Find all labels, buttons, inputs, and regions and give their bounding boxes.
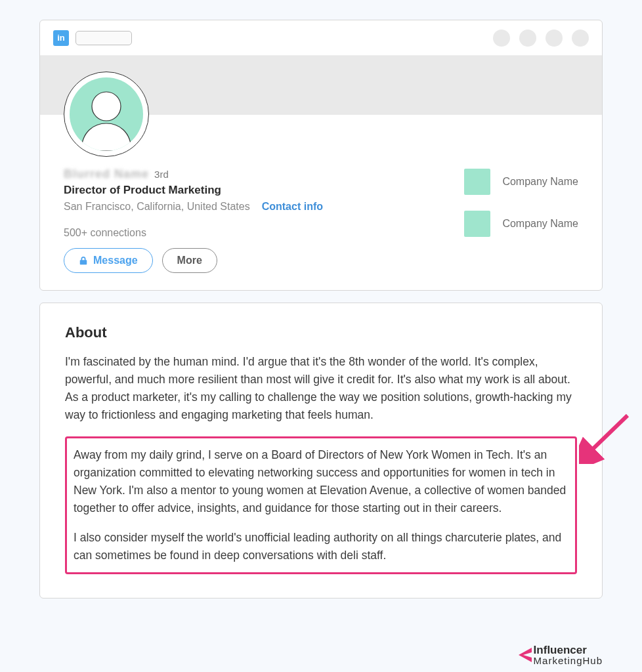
brand-line-2: MarketingHub (534, 656, 603, 665)
highlight-box: Away from my daily grind, I serve on a B… (65, 436, 577, 575)
about-paragraph: I'm fascinated by the human mind. I'd ar… (65, 353, 577, 425)
company-name-label: Company Name (502, 218, 578, 230)
top-bar: in (40, 20, 602, 56)
profile-location: San Francisco, California, United States (64, 201, 250, 213)
nav-item-icon[interactable] (572, 30, 589, 47)
nav-item-icon[interactable] (546, 30, 563, 47)
nav-item-icon[interactable] (493, 30, 510, 47)
company-item[interactable]: Company Name (464, 169, 578, 195)
svg-point-0 (92, 92, 121, 121)
message-button-label: Message (93, 255, 138, 266)
company-logo-icon (464, 169, 490, 195)
about-card: About I'm fascinated by the human mind. … (39, 303, 603, 598)
connection-degree: 3rd (154, 169, 169, 180)
company-name-label: Company Name (502, 176, 578, 188)
profile-name: Blurred Name (64, 167, 149, 181)
search-input[interactable] (75, 31, 132, 45)
about-paragraph: I also consider myself the world's unoff… (74, 529, 568, 564)
connections-count[interactable]: 500+ connections (64, 227, 464, 239)
linkedin-logo-icon[interactable]: in (53, 30, 69, 46)
person-icon (70, 77, 143, 151)
avatar[interactable] (64, 72, 149, 157)
brand-arrow-icon (515, 645, 532, 665)
contact-info-link[interactable]: Contact info (262, 201, 323, 213)
lock-icon (79, 256, 88, 265)
more-button[interactable]: More (162, 248, 217, 273)
more-button-label: More (177, 255, 202, 266)
brand-line-1: Influencer (534, 644, 603, 656)
company-logo-icon (464, 211, 490, 237)
company-item[interactable]: Company Name (464, 211, 578, 237)
message-button[interactable]: Message (64, 248, 153, 273)
footer-brand: Influencer MarketingHub (515, 644, 603, 665)
about-title: About (65, 324, 577, 341)
profile-headline: Director of Product Marketing (64, 184, 464, 197)
about-paragraph: Away from my daily grind, I serve on a B… (74, 446, 568, 518)
profile-card: in Blurred Name (39, 20, 603, 291)
nav-item-icon[interactable] (519, 30, 536, 47)
